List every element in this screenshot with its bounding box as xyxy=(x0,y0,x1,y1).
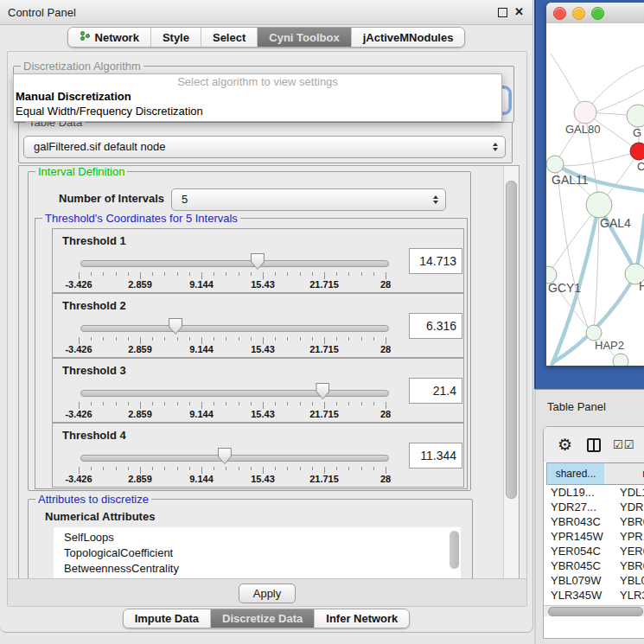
number-of-intervals-label: Number of Intervals xyxy=(59,192,164,205)
slider-tick xyxy=(177,467,178,470)
tab-discretize-data[interactable]: Discretize Data xyxy=(210,609,314,628)
threshold-value-field[interactable]: 14.713 xyxy=(409,248,462,274)
tab-network[interactable]: Network xyxy=(68,28,150,47)
threshold-value-field[interactable]: 6.316 xyxy=(409,313,462,339)
slider-scale-label: 21.715 xyxy=(309,474,339,484)
slider-tick xyxy=(189,467,190,470)
tab-jactivemnodules[interactable]: jActiveMNodules xyxy=(351,28,465,47)
slider-tick xyxy=(177,402,178,405)
table-body: YDL19...YDL19...YDR27...YDR27...YBR043CY… xyxy=(544,485,644,617)
table-row[interactable]: YPR145WYPR145W xyxy=(544,529,644,544)
numerical-attributes-list[interactable]: SelfLoopsTopologicalCoefficientBetweenne… xyxy=(54,527,461,580)
horizontal-scrollbar[interactable] xyxy=(544,605,644,616)
minimize-traffic-light-icon[interactable] xyxy=(572,7,585,20)
horizontal-scrollbar-thumb[interactable] xyxy=(548,607,643,616)
slider-tick xyxy=(348,272,349,276)
dropdown-option-manual-discretization[interactable]: Manual Discretization xyxy=(14,89,501,104)
table-row[interactable]: YBR045CYBR045C xyxy=(544,558,644,573)
threshold-value-field[interactable]: 21.4 xyxy=(409,378,462,404)
threshold-value-field[interactable]: 11.344 xyxy=(409,443,462,469)
interval-definition-title: Interval Definition xyxy=(35,165,127,178)
slider-thumb[interactable] xyxy=(218,448,232,464)
slider-thumb[interactable] xyxy=(316,383,329,399)
close-traffic-light-icon[interactable] xyxy=(553,7,566,20)
tab-select[interactable]: Select xyxy=(201,28,257,47)
slider-tick xyxy=(103,272,104,276)
tab-style[interactable]: Style xyxy=(150,28,201,47)
slider-tick xyxy=(386,337,386,344)
column-header-name[interactable]: n xyxy=(604,462,644,485)
slider-tick xyxy=(214,467,214,470)
vertical-scrollbar-thumb[interactable] xyxy=(506,181,517,499)
gear-icon[interactable]: ⚙ xyxy=(558,435,572,455)
tab-cyni-toolbox[interactable]: Cyni Toolbox xyxy=(257,28,350,47)
float-window-icon[interactable] xyxy=(498,8,507,17)
network-node[interactable] xyxy=(627,105,644,127)
slider-scale-label: 2.859 xyxy=(128,279,152,290)
attribute-item-topologicalcoefficient[interactable]: TopologicalCoefficient xyxy=(54,545,461,561)
list-scrollbar-thumb[interactable] xyxy=(450,531,459,569)
network-node[interactable] xyxy=(586,192,612,218)
select-columns-icon[interactable]: ☑☑ xyxy=(613,438,634,451)
network-node[interactable] xyxy=(546,156,564,173)
split-columns-icon[interactable] xyxy=(587,438,601,452)
slider-thumb[interactable] xyxy=(169,318,182,335)
table-row[interactable]: YDL19...YDL19... xyxy=(544,485,644,500)
slider-tick xyxy=(201,272,202,279)
network-node-label-h: H xyxy=(639,279,644,293)
slider-tick xyxy=(373,337,374,341)
vertical-scrollbar[interactable] xyxy=(503,166,519,579)
slider-tick xyxy=(189,337,190,341)
threshold-box-1: Threshold 1-3.4262.8599.14415.4321.71528… xyxy=(52,228,464,293)
slider-thumb[interactable] xyxy=(251,253,265,270)
attribute-item-selfloops[interactable]: SelfLoops xyxy=(54,530,461,545)
network-node[interactable] xyxy=(574,101,596,124)
slider-tick xyxy=(201,337,202,344)
number-of-intervals-combobox[interactable]: 5 xyxy=(171,188,446,211)
table-row[interactable]: YBR043CYBR043C xyxy=(544,514,644,529)
node-table: ⚙ ☑☑ shared... n YDL19...YDL19...YDR27..… xyxy=(543,426,644,639)
slider-tick xyxy=(361,272,362,276)
table-row[interactable]: YLR345WYLR345W xyxy=(544,588,644,603)
slider-tick xyxy=(103,467,104,470)
slider-tick xyxy=(152,467,153,470)
slider-tick xyxy=(116,402,117,405)
slider-tick xyxy=(116,337,117,341)
slider-scale-label: 9.144 xyxy=(189,344,214,354)
zoom-traffic-light-icon[interactable] xyxy=(591,7,604,20)
slider-tick xyxy=(79,467,80,474)
combo-spinner-icon xyxy=(433,195,438,204)
slider-tick xyxy=(128,467,129,470)
network-node[interactable] xyxy=(613,354,628,366)
bottom-tab-bar: Impute DataDiscretize DataInfer Network xyxy=(0,609,532,628)
table-row[interactable]: YER054CYER054C xyxy=(544,544,644,558)
attribute-item-betweennesscentrality[interactable]: BetweennessCentrality xyxy=(54,561,461,577)
slider-tick xyxy=(312,272,313,276)
dropdown-option-equal-width-frequency[interactable]: Equal Width/Frequency Discretization xyxy=(14,104,501,118)
network-canvas[interactable]: GAL80GCGAL11GAL4GCY1HHAP2 xyxy=(546,23,644,366)
slider-track[interactable] xyxy=(80,455,389,462)
slider-tick xyxy=(324,272,325,279)
slider-tick xyxy=(361,337,362,341)
apply-button[interactable]: Apply xyxy=(239,583,296,603)
slider-track[interactable] xyxy=(80,390,389,397)
slider-tick xyxy=(300,467,301,470)
table-data-combobox[interactable]: galFiltered.sif default node xyxy=(23,136,506,158)
slider-tick xyxy=(164,402,165,405)
slider-tick xyxy=(287,467,288,470)
slider-tick xyxy=(373,402,374,405)
tab-impute-data[interactable]: Impute Data xyxy=(124,609,210,628)
table-row[interactable]: YDR27...YDR27... xyxy=(544,500,644,514)
slider-track[interactable] xyxy=(80,260,389,267)
tab-infer-network[interactable]: Infer Network xyxy=(314,609,409,628)
tab-segmented-control: NetworkStyleSelectCyni ToolboxjActiveMNo… xyxy=(67,27,466,48)
slider-tick xyxy=(152,337,153,341)
table-row[interactable]: YBL079WYBL079W xyxy=(544,573,644,588)
network-node[interactable] xyxy=(630,143,644,160)
slider-track[interactable] xyxy=(80,325,389,332)
control-panel-window: Control Panel ✕ NetworkStyleSelectCyni T… xyxy=(0,0,533,633)
column-header-shared-name[interactable]: shared... xyxy=(546,462,605,485)
slider-tick xyxy=(324,337,325,344)
close-icon[interactable]: ✕ xyxy=(514,5,524,18)
tab-label: Infer Network xyxy=(326,612,398,625)
